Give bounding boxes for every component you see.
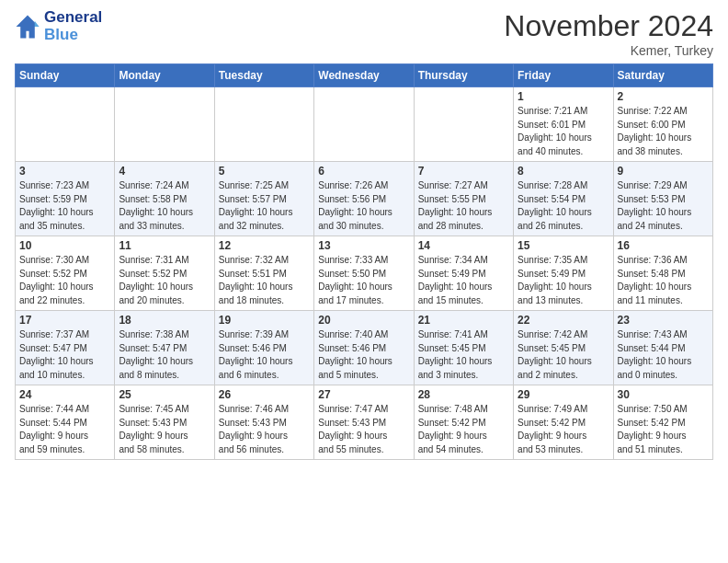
calendar-cell: 12Sunrise: 7:32 AM Sunset: 5:51 PM Dayli… [214, 236, 313, 311]
calendar-cell: 23Sunrise: 7:43 AM Sunset: 5:44 PM Dayli… [613, 311, 712, 385]
day-number: 16 [618, 239, 709, 252]
calendar-cell: 22Sunrise: 7:42 AM Sunset: 5:45 PM Dayli… [514, 311, 613, 385]
day-number: 3 [19, 165, 110, 178]
day-number: 14 [418, 239, 509, 252]
day-info: Sunrise: 7:39 AM Sunset: 5:46 PM Dayligh… [219, 328, 310, 382]
month-title: November 2024 [504, 9, 713, 43]
day-number: 5 [219, 165, 310, 178]
day-number: 6 [318, 165, 409, 178]
day-info: Sunrise: 7:23 AM Sunset: 5:59 PM Dayligh… [19, 179, 110, 233]
svg-marker-1 [35, 20, 40, 26]
day-info: Sunrise: 7:28 AM Sunset: 5:54 PM Dayligh… [518, 179, 609, 233]
day-number: 12 [219, 239, 310, 252]
day-info: Sunrise: 7:43 AM Sunset: 5:44 PM Dayligh… [618, 328, 709, 382]
day-number: 19 [219, 314, 310, 327]
day-number: 4 [119, 165, 210, 178]
day-info: Sunrise: 7:25 AM Sunset: 5:57 PM Dayligh… [219, 179, 310, 233]
logo: General Blue [15, 9, 102, 43]
day-number: 29 [518, 388, 609, 401]
day-info: Sunrise: 7:40 AM Sunset: 5:46 PM Dayligh… [318, 328, 409, 382]
day-info: Sunrise: 7:22 AM Sunset: 6:00 PM Dayligh… [618, 105, 709, 158]
calendar-cell: 1Sunrise: 7:21 AM Sunset: 6:01 PM Daylig… [514, 87, 613, 162]
day-number: 18 [119, 314, 210, 327]
header-row: SundayMondayTuesdayWednesdayThursdayFrid… [16, 64, 713, 87]
day-info: Sunrise: 7:38 AM Sunset: 5:47 PM Dayligh… [119, 328, 210, 382]
calendar-cell [214, 87, 313, 162]
day-number: 24 [19, 388, 110, 401]
calendar-table: SundayMondayTuesdayWednesdayThursdayFrid… [15, 63, 713, 460]
day-number: 8 [518, 165, 609, 178]
calendar-cell: 8Sunrise: 7:28 AM Sunset: 5:54 PM Daylig… [514, 162, 613, 236]
day-number: 7 [418, 165, 509, 178]
header-day-thursday: Thursday [414, 64, 513, 87]
day-info: Sunrise: 7:36 AM Sunset: 5:48 PM Dayligh… [618, 254, 709, 307]
day-info: Sunrise: 7:47 AM Sunset: 5:43 PM Dayligh… [318, 403, 409, 456]
calendar-cell [314, 87, 414, 162]
calendar-cell: 28Sunrise: 7:48 AM Sunset: 5:42 PM Dayli… [414, 385, 513, 460]
header-day-saturday: Saturday [613, 64, 712, 87]
calendar-cell: 26Sunrise: 7:46 AM Sunset: 5:43 PM Dayli… [214, 385, 313, 460]
calendar-cell: 3Sunrise: 7:23 AM Sunset: 5:59 PM Daylig… [16, 162, 115, 236]
header-day-tuesday: Tuesday [214, 64, 313, 87]
day-number: 11 [119, 239, 210, 252]
header-day-wednesday: Wednesday [314, 64, 414, 87]
day-info: Sunrise: 7:32 AM Sunset: 5:51 PM Dayligh… [219, 254, 310, 307]
day-info: Sunrise: 7:33 AM Sunset: 5:50 PM Dayligh… [318, 254, 409, 307]
day-number: 15 [518, 239, 609, 252]
week-row-3: 10Sunrise: 7:30 AM Sunset: 5:52 PM Dayli… [16, 236, 713, 311]
calendar-cell: 10Sunrise: 7:30 AM Sunset: 5:52 PM Dayli… [16, 236, 115, 311]
calendar-cell: 21Sunrise: 7:41 AM Sunset: 5:45 PM Dayli… [414, 311, 513, 385]
title-block: November 2024 Kemer, Turkey [504, 9, 713, 58]
day-info: Sunrise: 7:29 AM Sunset: 5:53 PM Dayligh… [618, 179, 709, 233]
day-number: 20 [318, 314, 409, 327]
calendar-cell: 17Sunrise: 7:37 AM Sunset: 5:47 PM Dayli… [16, 311, 115, 385]
day-number: 23 [618, 314, 709, 327]
logo-icon [15, 14, 40, 40]
day-info: Sunrise: 7:50 AM Sunset: 5:42 PM Dayligh… [618, 403, 709, 456]
day-number: 25 [119, 388, 210, 401]
day-info: Sunrise: 7:30 AM Sunset: 5:52 PM Dayligh… [19, 254, 110, 307]
day-info: Sunrise: 7:35 AM Sunset: 5:49 PM Dayligh… [518, 254, 609, 307]
calendar-cell: 29Sunrise: 7:49 AM Sunset: 5:42 PM Dayli… [514, 385, 613, 460]
day-number: 1 [518, 90, 609, 103]
day-info: Sunrise: 7:42 AM Sunset: 5:45 PM Dayligh… [518, 328, 609, 382]
header: General Blue November 2024 Kemer, Turkey [15, 9, 713, 58]
day-info: Sunrise: 7:49 AM Sunset: 5:42 PM Dayligh… [518, 403, 609, 456]
calendar-cell: 19Sunrise: 7:39 AM Sunset: 5:46 PM Dayli… [214, 311, 313, 385]
calendar-cell: 13Sunrise: 7:33 AM Sunset: 5:50 PM Dayli… [314, 236, 414, 311]
day-number: 10 [19, 239, 110, 252]
week-row-2: 3Sunrise: 7:23 AM Sunset: 5:59 PM Daylig… [16, 162, 713, 236]
calendar-cell: 15Sunrise: 7:35 AM Sunset: 5:49 PM Dayli… [514, 236, 613, 311]
day-info: Sunrise: 7:44 AM Sunset: 5:44 PM Dayligh… [19, 403, 110, 456]
calendar-cell [16, 87, 115, 162]
day-info: Sunrise: 7:24 AM Sunset: 5:58 PM Dayligh… [119, 179, 210, 233]
day-number: 30 [618, 388, 709, 401]
day-info: Sunrise: 7:41 AM Sunset: 5:45 PM Dayligh… [418, 328, 509, 382]
week-row-5: 24Sunrise: 7:44 AM Sunset: 5:44 PM Dayli… [16, 385, 713, 460]
calendar-cell: 16Sunrise: 7:36 AM Sunset: 5:48 PM Dayli… [613, 236, 712, 311]
location-subtitle: Kemer, Turkey [504, 43, 713, 58]
calendar-cell: 5Sunrise: 7:25 AM Sunset: 5:57 PM Daylig… [214, 162, 313, 236]
calendar-cell: 24Sunrise: 7:44 AM Sunset: 5:44 PM Dayli… [16, 385, 115, 460]
day-info: Sunrise: 7:34 AM Sunset: 5:49 PM Dayligh… [418, 254, 509, 307]
day-info: Sunrise: 7:21 AM Sunset: 6:01 PM Dayligh… [518, 105, 609, 158]
calendar-cell: 20Sunrise: 7:40 AM Sunset: 5:46 PM Dayli… [314, 311, 414, 385]
calendar-cell: 7Sunrise: 7:27 AM Sunset: 5:55 PM Daylig… [414, 162, 513, 236]
calendar-cell: 14Sunrise: 7:34 AM Sunset: 5:49 PM Dayli… [414, 236, 513, 311]
calendar-cell: 4Sunrise: 7:24 AM Sunset: 5:58 PM Daylig… [115, 162, 214, 236]
calendar-cell [414, 87, 513, 162]
day-number: 9 [618, 165, 709, 178]
calendar-cell: 25Sunrise: 7:45 AM Sunset: 5:43 PM Dayli… [115, 385, 214, 460]
day-info: Sunrise: 7:31 AM Sunset: 5:52 PM Dayligh… [119, 254, 210, 307]
calendar-cell: 11Sunrise: 7:31 AM Sunset: 5:52 PM Dayli… [115, 236, 214, 311]
header-day-friday: Friday [514, 64, 613, 87]
week-row-1: 1Sunrise: 7:21 AM Sunset: 6:01 PM Daylig… [16, 87, 713, 162]
calendar-cell: 6Sunrise: 7:26 AM Sunset: 5:56 PM Daylig… [314, 162, 414, 236]
day-number: 27 [318, 388, 409, 401]
day-info: Sunrise: 7:45 AM Sunset: 5:43 PM Dayligh… [119, 403, 210, 456]
day-info: Sunrise: 7:27 AM Sunset: 5:55 PM Dayligh… [418, 179, 509, 233]
header-day-monday: Monday [115, 64, 214, 87]
calendar-cell: 2Sunrise: 7:22 AM Sunset: 6:00 PM Daylig… [613, 87, 712, 162]
calendar-cell [115, 87, 214, 162]
calendar-cell: 30Sunrise: 7:50 AM Sunset: 5:42 PM Dayli… [613, 385, 712, 460]
